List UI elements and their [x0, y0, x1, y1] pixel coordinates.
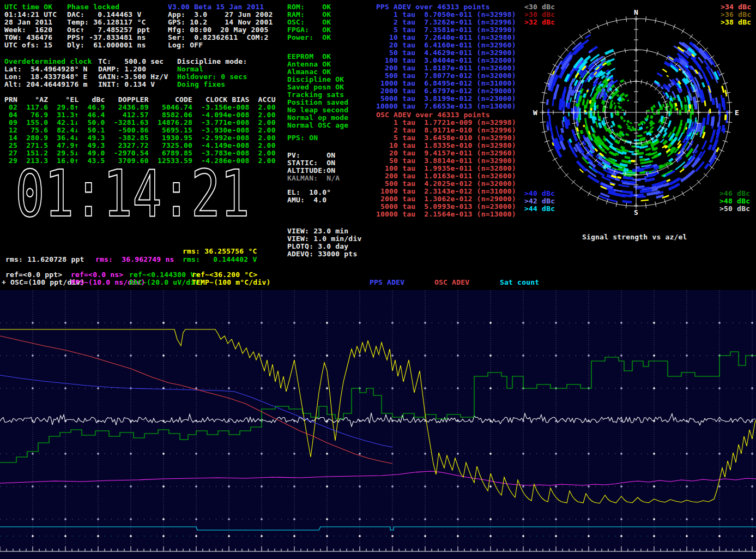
pps-adev-title: PPS ADEV over 46313 points — [376, 3, 490, 11]
rms-osc-label: rms: 11.620728 ppt — [5, 256, 84, 263]
scale-temp-label: TEMP~(100 m°C/div) — [192, 279, 270, 286]
rms-temp-label: rms: 36.255756 °C — [183, 248, 257, 255]
polar-label-east: E — [735, 109, 739, 117]
legend-entry: >48 dBc — [719, 197, 750, 205]
legend-entry: >30 dBc — [524, 11, 555, 19]
legend-entry: >46 dBc — [719, 190, 750, 197]
version-title: V3.00 Beta 15 Jan 2011 — [168, 3, 264, 11]
ref-osc-label: ref=<0.0 ppt> — [5, 271, 62, 279]
utc-status-title: UTC time OK — [4, 3, 52, 11]
pps-status: PPS: ON — [287, 134, 318, 142]
ref-temp-label: ref~<36.200 °C> — [192, 271, 257, 279]
phase-lock-block: DAC: 0.144463 V Temp: 36.128117 °C Osc↑ … — [67, 11, 150, 49]
gps-status-list: EEPROM OK Antenna OK Almanac OK Discipli… — [287, 53, 348, 129]
polar-title: Signal strength vs az/el — [582, 233, 687, 241]
rms-pps-label: rms: 36.962749 ns — [95, 256, 174, 263]
polar-legend-top-left: <30 dBc>30 dBc>32 dBc — [524, 3, 555, 26]
discipline-mode-list: Normal Holdover: 0 secs Doing fixes — [177, 65, 247, 88]
osc-adev-title: OSC ADEV over 46313 points — [376, 111, 490, 119]
discipline-mode-title: Discipline mode: — [177, 58, 247, 65]
receiver-health-block: ROM: OK RAM: OK OSC: OK FPGA: OK Power: … — [287, 3, 331, 41]
fix-mode-list: PV: ON STATIC: ON ALTITUDE:ON — [287, 152, 335, 175]
legend-entry: >38 dBc — [721, 19, 751, 26]
version-block: App: 3.0 27 Jun 2002 GPS: 10.2 14 Nov 20… — [168, 11, 273, 49]
heather-app-window: UTC time OK 01:14:21 UTC 28 Jan 2011 Wee… — [0, 0, 756, 559]
legend-entry: >42 dBc — [524, 197, 555, 205]
pps-adev-table: 1 tau 8.7050e-011 (n=32998) 2 tau 7.3262… — [376, 11, 516, 110]
legend-entry: >40 dBc — [524, 190, 555, 197]
sat-table-body: 02 117.6 29.8↑ 46.9 2436.89 5046.74 -3.1… — [4, 104, 276, 165]
mask-settings: EL: 10.0° AMU: 4.0 — [287, 189, 331, 204]
loop-params-block: TC: 500.0 sec DAMP: 1.200 GAIN:-3.500 Hz… — [98, 58, 168, 88]
ref-dac-label: ref~<0.144380 V> — [129, 271, 199, 279]
legend-entry: >44 dBc — [524, 205, 555, 213]
sat-table-header: PRN °AZ °EL dBc DOPPLER CODE CLOCK BIAS … — [4, 96, 276, 104]
utc-status-block: 01:14:21 UTC 28 Jan 2011 Week: 1620 TOW:… — [4, 11, 57, 49]
polar-legend-bottom-left: >40 dBc>42 dBc>44 dBc — [524, 190, 555, 213]
view-settings: VIEW: 23.0 min VIEW: 1.0 min/div PLOTQ: … — [287, 227, 361, 258]
legend-entry: >32 dBc — [524, 19, 555, 26]
position-block: Lat: 54.4964928° N Lon: 18.4337848° E Al… — [4, 65, 88, 88]
polar-label-north: N — [634, 8, 638, 16]
digital-clock: 01:14:21 — [13, 165, 258, 225]
legend-entry: >36 dBc — [721, 11, 751, 19]
polar-legend-top-right: >34 dBc>36 dBc>38 dBc — [721, 3, 751, 26]
overdetermined-title: Overdetermined clock — [4, 58, 92, 65]
polar-label-west: W — [533, 109, 537, 117]
polar-legend-bottom-right: >46 dBc>48 dBc>50 dBc — [719, 190, 750, 213]
phase-lock-title: Phase locked — [67, 3, 119, 11]
polar-label-south: S — [634, 208, 638, 217]
digital-clock-text: 01:14:21 — [15, 165, 250, 225]
legend-entry: >34 dBc — [721, 3, 751, 11]
plot-area[interactable] — [0, 290, 756, 559]
pps-adev-legend: PPS ADEV — [370, 279, 404, 286]
osc-adev-table: 1 tau 1.7721e-009 (n=32998) 2 tau 8.9171… — [376, 119, 516, 218]
osc-adev-legend: OSC ADEV — [434, 279, 469, 286]
kalman-status: KALMAN: N/A — [287, 175, 340, 182]
legend-entry: >50 dBc — [719, 205, 750, 213]
ref-pps-label: ref=<0.0 ns> — [71, 271, 123, 279]
legend-entry: <30 dBc — [524, 3, 555, 11]
rms-dac-label: rms: 0.144402 V — [183, 256, 257, 263]
sat-count-legend: Sat count — [500, 279, 539, 286]
